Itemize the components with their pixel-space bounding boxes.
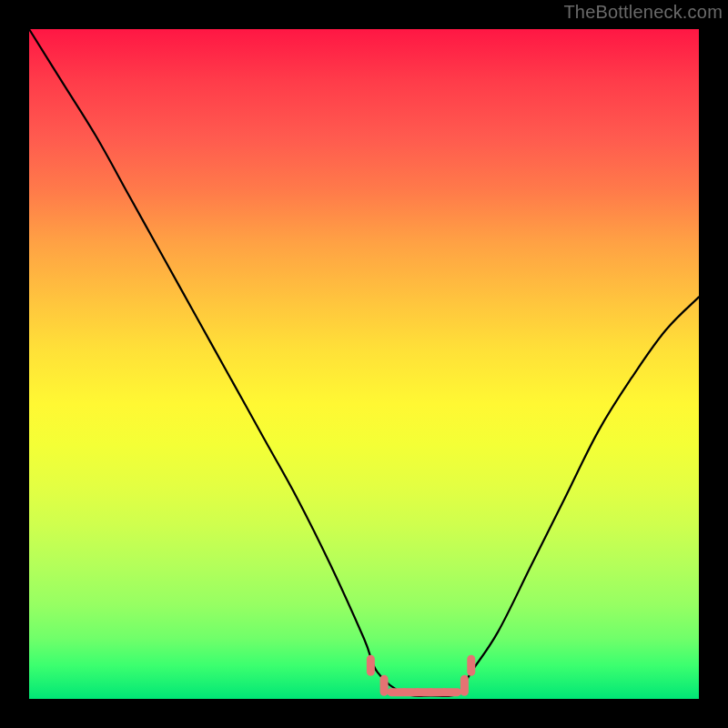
plot-area [29,29,699,699]
highlight-dots [370,659,470,692]
watermark-text: TheBottleneck.com [563,2,723,23]
bottleneck-curve [29,29,699,696]
curve-svg [29,29,699,699]
chart-frame: TheBottleneck.com [0,0,728,728]
